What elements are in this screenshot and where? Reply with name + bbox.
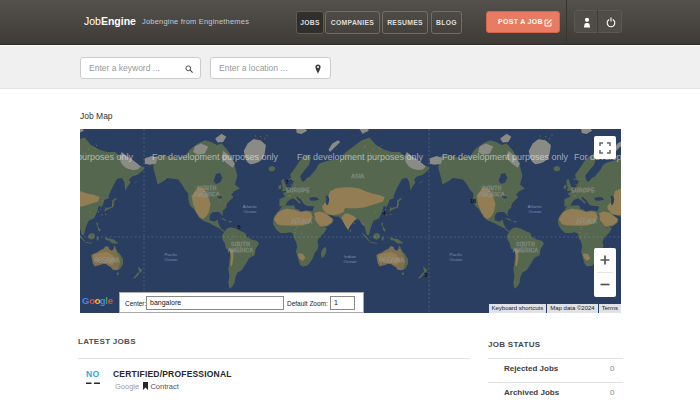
- svg-text:5: 5: [237, 224, 240, 230]
- svg-text:For development purposes only: For development purposes only: [152, 152, 279, 162]
- svg-text:Ocean: Ocean: [165, 257, 178, 262]
- svg-text:AMERICA: AMERICA: [228, 248, 254, 253]
- svg-text:Ocean: Ocean: [450, 257, 463, 262]
- svg-text:7: 7: [285, 179, 288, 185]
- svg-text:Ocean: Ocean: [344, 259, 357, 264]
- svg-text:Ocean: Ocean: [529, 209, 542, 214]
- svg-text:16: 16: [470, 198, 476, 204]
- svg-text:AMERICA: AMERICA: [479, 192, 505, 197]
- svg-text:EUROPE: EUROPE: [571, 188, 594, 193]
- svg-text:2: 2: [424, 272, 427, 278]
- svg-text:AMERICA: AMERICA: [194, 192, 220, 197]
- svg-text:Ocean: Ocean: [244, 209, 257, 214]
- svg-text:SOUTH: SOUTH: [516, 242, 535, 247]
- svg-text:AFRICA: AFRICA: [292, 219, 313, 224]
- svg-text:ASIA: ASIA: [352, 174, 365, 179]
- svg-text:For development purposes only: For development purposes only: [442, 152, 569, 162]
- svg-text:For development purposes only: For development purposes only: [297, 152, 424, 162]
- svg-text:AFRICA: AFRICA: [577, 219, 598, 224]
- svg-text:AMERICA: AMERICA: [513, 248, 539, 253]
- svg-text:For development purposes only: For development purposes only: [80, 152, 134, 162]
- svg-text:EUROPE: EUROPE: [286, 188, 309, 193]
- svg-text:SOUTH: SOUTH: [231, 242, 250, 247]
